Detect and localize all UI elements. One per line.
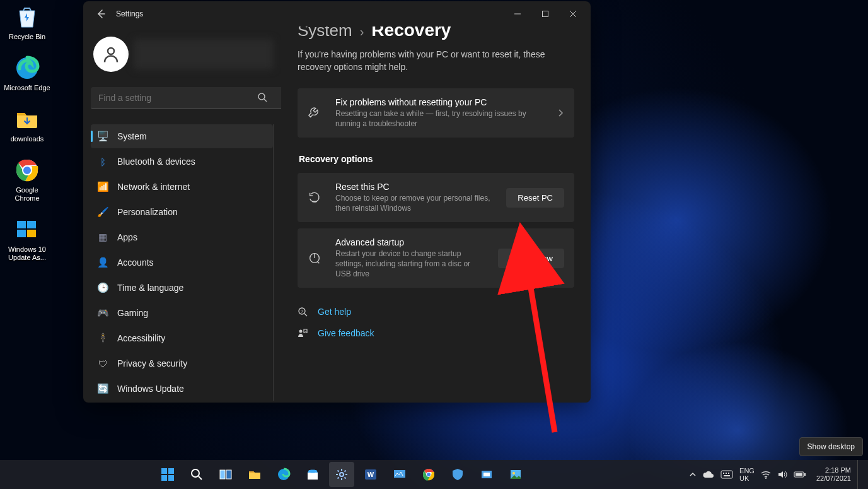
link-label[interactable]: Give feedback	[318, 328, 374, 338]
chrome-taskbar-icon[interactable]	[416, 462, 441, 487]
svg-point-41	[765, 478, 767, 479]
sidebar-item-label: Network & internet	[117, 182, 190, 192]
wifi-icon[interactable]	[761, 470, 771, 479]
search-icon	[257, 92, 267, 102]
account-profile[interactable]	[91, 32, 274, 81]
sidebar-item-personalization[interactable]: 🖌️Personalization	[91, 200, 273, 224]
svg-rect-38	[726, 473, 727, 474]
desktop-icon-downloads[interactable]: downloads	[4, 106, 50, 143]
back-button[interactable]	[92, 5, 110, 23]
volume-icon[interactable]	[777, 470, 787, 479]
give-feedback-link[interactable]: Give feedback	[298, 328, 574, 338]
svg-point-26	[340, 473, 344, 476]
sidebar-item-network-internet[interactable]: 📶Network & internet	[91, 175, 273, 199]
keyboard-icon[interactable]	[720, 470, 733, 479]
sidebar-item-label: Apps	[117, 232, 137, 242]
store-icon[interactable]	[300, 462, 325, 487]
svg-rect-43	[804, 473, 806, 476]
settings-search[interactable]	[91, 87, 274, 109]
sidebar-item-gaming[interactable]: 🎮Gaming	[91, 301, 273, 325]
window-title: Settings	[116, 9, 143, 18]
settings-taskbar-icon[interactable]	[329, 462, 354, 487]
svg-rect-6	[17, 230, 26, 237]
svg-rect-40	[724, 475, 730, 476]
chrome-icon	[14, 157, 40, 184]
svg-rect-8	[543, 11, 548, 17]
card-title: Fix problems without resetting your PC	[335, 97, 545, 107]
settings-nav: 🖥️SystemᛒBluetooth & devices📶Network & i…	[91, 124, 274, 401]
sidebar-item-privacy-security[interactable]: 🛡Privacy & security	[91, 351, 273, 375]
restart-now-button[interactable]: Restart now	[498, 249, 564, 268]
svg-rect-4	[17, 221, 26, 228]
power-icon	[308, 251, 324, 265]
word-icon[interactable]: W	[358, 462, 383, 487]
desktop-icon-chrome[interactable]: Google Chrome	[4, 157, 50, 203]
sidebar-item-apps[interactable]: ▦Apps	[91, 225, 273, 249]
search-input[interactable]	[91, 87, 281, 109]
breadcrumb-parent[interactable]: System	[298, 27, 352, 40]
get-help-link[interactable]: ? Get help	[298, 307, 574, 317]
desktop-icon-label: Microsoft Edge	[4, 84, 50, 92]
photos-icon[interactable]	[503, 462, 528, 487]
desktop-icon-w10-update[interactable]: Windows 10 Update As...	[4, 216, 50, 262]
close-button[interactable]	[559, 4, 587, 23]
sidebar-item-label: Accounts	[117, 257, 154, 268]
window-titlebar[interactable]: Settings	[83, 1, 591, 27]
svg-rect-39	[728, 473, 729, 474]
card-subtitle: Restart your device to change startup se…	[335, 249, 487, 279]
sidebar-item-bluetooth-devices[interactable]: ᛒBluetooth & devices	[91, 150, 273, 174]
nav-icon: 🔄	[97, 383, 108, 394]
nav-icon: 👤	[97, 257, 108, 268]
start-button[interactable]	[155, 462, 180, 487]
nav-icon: 🖥️	[97, 131, 108, 142]
nav-icon: 🎮	[97, 307, 108, 319]
battery-icon[interactable]	[794, 471, 806, 478]
onedrive-icon[interactable]	[703, 471, 714, 478]
link-label[interactable]: Get help	[318, 307, 351, 317]
help-icon: ?	[298, 307, 309, 317]
sidebar-item-accounts[interactable]: 👤Accounts	[91, 250, 273, 274]
task-view-icon[interactable]	[213, 462, 238, 487]
folder-icon	[14, 106, 40, 133]
taskbar-center: W	[0, 460, 683, 489]
desktop-icon-edge[interactable]: Microsoft Edge	[4, 55, 50, 92]
sidebar-item-system[interactable]: 🖥️System	[91, 124, 273, 148]
sidebar-item-label: Bluetooth & devices	[117, 156, 195, 167]
show-desktop-tooltip: Show desktop	[799, 437, 863, 456]
language-indicator[interactable]: ENG UK	[739, 467, 755, 482]
tray-chevron-up-icon[interactable]	[689, 471, 697, 478]
card-advanced-startup: Advanced startup Restart your device to …	[298, 228, 574, 288]
desktop-icon-recycle-bin[interactable]: Recycle Bin	[4, 4, 50, 41]
svg-point-9	[108, 48, 114, 54]
wrench-icon	[308, 106, 324, 120]
maximize-button[interactable]	[531, 4, 559, 23]
card-fix-problems[interactable]: Fix problems without resetting your PC R…	[298, 88, 574, 138]
nav-icon: 📶	[97, 181, 108, 192]
minimize-button[interactable]	[504, 4, 531, 23]
svg-rect-11	[312, 201, 316, 203]
file-explorer-icon[interactable]	[242, 462, 267, 487]
reset-icon	[308, 191, 324, 204]
settings-main: System › Recovery If you're having probl…	[281, 27, 591, 403]
sidebar-item-label: Accessibility	[117, 333, 165, 343]
nav-icon: ᛒ	[97, 156, 108, 167]
feedback-icon	[298, 328, 309, 338]
sidebar-item-time-language[interactable]: 🕒Time & language	[91, 276, 273, 300]
snip-icon[interactable]	[474, 462, 499, 487]
nav-icon: 🛡	[97, 358, 108, 369]
monitor-app-icon[interactable]	[387, 462, 412, 487]
reset-pc-button[interactable]: Reset PC	[506, 188, 564, 208]
system-tray: ENG UK 2:18 PM 22/07/2021	[683, 460, 868, 489]
taskbar: W ENG UK 2:18 PM 22/07/2021	[0, 460, 868, 489]
clock[interactable]: 2:18 PM 22/07/2021	[816, 466, 851, 483]
edge-taskbar-icon[interactable]	[271, 462, 296, 487]
page-title: Recovery	[371, 27, 451, 40]
svg-rect-20	[168, 475, 174, 481]
sidebar-item-windows-update[interactable]: 🔄Windows Update	[91, 377, 273, 401]
sidebar-item-accessibility[interactable]: 🕴Accessibility	[91, 326, 273, 350]
settings-window: Settings 🖥️SystemᛒBluetooth & devices📶Ne…	[83, 1, 591, 403]
sidebar-item-label: System	[117, 131, 147, 141]
security-icon[interactable]	[445, 462, 470, 487]
taskbar-search-icon[interactable]	[184, 462, 209, 487]
show-desktop-button[interactable]	[857, 460, 862, 489]
